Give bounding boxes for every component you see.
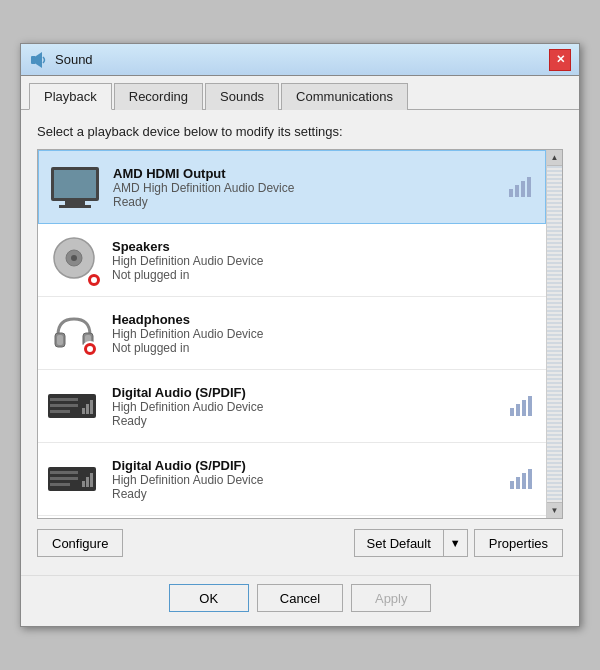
- device-status-speakers: Not plugged in: [112, 268, 536, 282]
- device-icon-digital1: [48, 380, 100, 432]
- device-status-amd-hdmi: Ready: [113, 195, 509, 209]
- device-status-digital2: Ready: [112, 487, 510, 501]
- device-item-digital1[interactable]: Digital Audio (S/PDIF) High Definition A…: [38, 370, 546, 443]
- tab-sounds[interactable]: Sounds: [205, 83, 279, 110]
- title-bar: Sound ✕: [21, 44, 579, 76]
- device-item-digital2[interactable]: Digital Audio (S/PDIF) High Definition A…: [38, 443, 546, 516]
- signal-bars-digital2: [510, 469, 532, 489]
- tab-playback[interactable]: Playback: [29, 83, 112, 110]
- window-title: Sound: [55, 52, 93, 67]
- headphone-red-dot: [82, 341, 98, 357]
- svg-point-8: [71, 255, 77, 261]
- svg-rect-16: [50, 398, 78, 401]
- scroll-down-button[interactable]: ▼: [547, 502, 563, 518]
- cancel-button[interactable]: Cancel: [257, 584, 343, 612]
- device-item-amd-hdmi[interactable]: AMD HDMI Output AMD High Definition Audi…: [38, 150, 546, 224]
- scroll-up-button[interactable]: ▲: [547, 150, 563, 166]
- svg-rect-25: [50, 483, 70, 486]
- device-driver-speakers: High Definition Audio Device: [112, 254, 536, 268]
- svg-rect-21: [90, 400, 93, 414]
- right-buttons: Set Default ▼ Properties: [354, 529, 563, 557]
- set-default-group: Set Default ▼: [354, 529, 468, 557]
- ok-button[interactable]: OK: [169, 584, 249, 612]
- svg-rect-23: [50, 471, 78, 474]
- tab-bar: Playback Recording Sounds Communications: [21, 76, 579, 110]
- device-info-headphones: Headphones High Definition Audio Device …: [112, 312, 536, 355]
- device-name-digital1: Digital Audio (S/PDIF): [112, 385, 510, 400]
- device-list: AMD HDMI Output AMD High Definition Audi…: [37, 149, 563, 519]
- device-item-headphones[interactable]: Headphones High Definition Audio Device …: [38, 297, 546, 370]
- device-status-headphones: Not plugged in: [112, 341, 536, 355]
- signal-bars-digital1: [510, 396, 532, 416]
- svg-rect-24: [50, 477, 78, 480]
- dropdown-arrow-icon: ▼: [450, 537, 461, 549]
- device-icon-digital2: [48, 453, 100, 505]
- device-name-headphones: Headphones: [112, 312, 536, 327]
- svg-marker-1: [36, 52, 42, 68]
- tab-content: Select a playback device below to modify…: [21, 110, 579, 575]
- svg-rect-27: [86, 477, 89, 487]
- device-info-speakers: Speakers High Definition Audio Device No…: [112, 239, 536, 282]
- tab-communications[interactable]: Communications: [281, 83, 408, 110]
- sound-dialog: Sound ✕ Playback Recording Sounds Commun…: [20, 43, 580, 627]
- device-name-amd-hdmi: AMD HDMI Output: [113, 166, 509, 181]
- footer: OK Cancel Apply: [21, 575, 579, 626]
- device-driver-amd-hdmi: AMD High Definition Audio Device: [113, 181, 509, 195]
- device-item-speakers[interactable]: Speakers High Definition Audio Device No…: [38, 224, 546, 297]
- instruction-text: Select a playback device below to modify…: [37, 124, 563, 139]
- device-driver-digital2: High Definition Audio Device: [112, 473, 510, 487]
- set-default-button[interactable]: Set Default: [354, 529, 443, 557]
- svg-rect-18: [50, 410, 70, 413]
- device-icon-tv: [49, 161, 101, 213]
- device-list-inner[interactable]: AMD HDMI Output AMD High Definition Audi…: [38, 150, 546, 518]
- device-info-digital2: Digital Audio (S/PDIF) High Definition A…: [112, 458, 510, 501]
- device-status-digital1: Ready: [112, 414, 510, 428]
- svg-rect-19: [82, 408, 85, 414]
- device-icon-headphone: [48, 307, 100, 359]
- configure-button[interactable]: Configure: [37, 529, 123, 557]
- svg-rect-3: [54, 170, 96, 198]
- tab-recording[interactable]: Recording: [114, 83, 203, 110]
- svg-rect-20: [86, 404, 89, 414]
- device-info-amd-hdmi: AMD HDMI Output AMD High Definition Audi…: [113, 166, 509, 209]
- scroll-track: [547, 166, 562, 502]
- svg-point-9: [91, 277, 97, 283]
- svg-rect-12: [57, 335, 63, 345]
- scrollbar[interactable]: ▲ ▼: [546, 150, 562, 518]
- svg-rect-5: [59, 205, 91, 208]
- svg-point-14: [87, 346, 93, 352]
- device-name-speakers: Speakers: [112, 239, 536, 254]
- properties-button[interactable]: Properties: [474, 529, 563, 557]
- svg-rect-28: [90, 473, 93, 487]
- close-button[interactable]: ✕: [549, 49, 571, 71]
- device-info-digital1: Digital Audio (S/PDIF) High Definition A…: [112, 385, 510, 428]
- device-driver-digital1: High Definition Audio Device: [112, 400, 510, 414]
- signal-bars-amd-hdmi: [509, 177, 531, 197]
- set-default-dropdown-button[interactable]: ▼: [443, 529, 468, 557]
- apply-button[interactable]: Apply: [351, 584, 431, 612]
- speaker-icon: [29, 50, 49, 70]
- title-bar-left: Sound: [29, 50, 93, 70]
- svg-rect-0: [31, 56, 36, 64]
- svg-rect-26: [82, 481, 85, 487]
- device-name-digital2: Digital Audio (S/PDIF): [112, 458, 510, 473]
- bottom-buttons: Configure Set Default ▼ Properties: [37, 519, 563, 565]
- device-driver-headphones: High Definition Audio Device: [112, 327, 536, 341]
- svg-rect-4: [65, 201, 85, 205]
- svg-rect-17: [50, 404, 78, 407]
- device-icon-speaker: [48, 234, 100, 286]
- speaker-red-dot: [86, 272, 102, 288]
